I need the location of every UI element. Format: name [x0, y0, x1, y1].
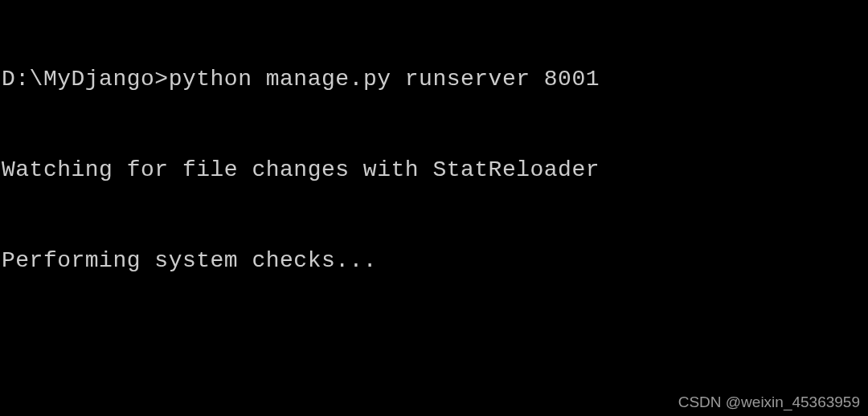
output-line-watching: Watching for file changes with StatReloa…: [2, 155, 866, 186]
command-text: python manage.py runserver 8001: [169, 67, 600, 92]
command-line: D:\MyDjango>python manage.py runserver 8…: [2, 64, 866, 95]
prompt: D:\MyDjango>: [2, 67, 169, 92]
output-line-performing: Performing system checks...: [2, 246, 866, 276]
blank-line: [2, 337, 866, 368]
terminal-output[interactable]: D:\MyDjango>python manage.py runserver 8…: [2, 3, 866, 416]
watermark-text: CSDN @weixin_45363959: [678, 392, 860, 413]
